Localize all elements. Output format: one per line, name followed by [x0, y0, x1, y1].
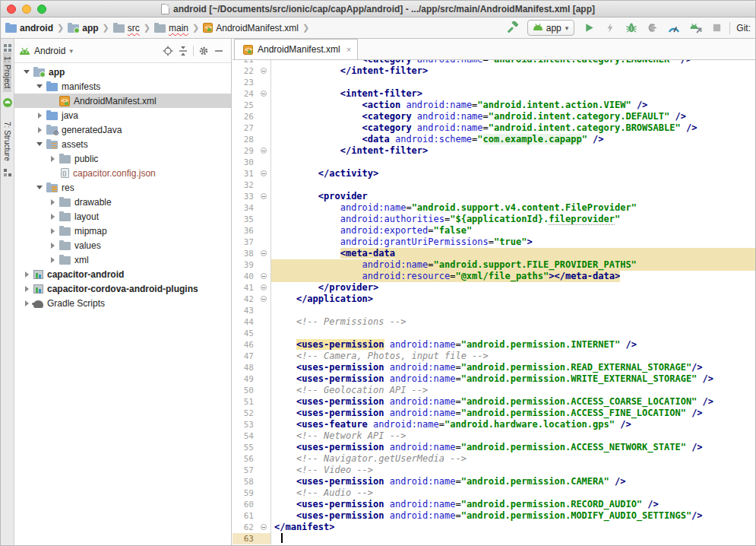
line-number[interactable]: 63: [232, 533, 258, 544]
code-line-44[interactable]: 44 <!-- Permissions -->: [232, 316, 755, 328]
sidebar-tab-project[interactable]: 1: Project: [3, 52, 11, 92]
sidebar-tab-structure[interactable]: 7: Structure: [3, 118, 11, 165]
zoom-window-icon[interactable]: [37, 5, 46, 14]
fold-collapse-icon[interactable]: [261, 170, 267, 176]
line-number[interactable]: 53: [232, 419, 258, 430]
code-line-31[interactable]: 31 </activity>: [232, 168, 755, 179]
close-window-icon[interactable]: [7, 5, 16, 14]
breadcrumb-item-AndroidManifest.xml[interactable]: AndroidManifest.xml: [203, 23, 299, 33]
tree-arrow-icon[interactable]: [35, 84, 44, 88]
fold-collapse-icon[interactable]: [261, 296, 267, 302]
code-line-62[interactable]: 62</manifest>: [232, 522, 755, 533]
line-number[interactable]: 36: [232, 225, 258, 236]
tree-arrow-icon[interactable]: [48, 243, 57, 249]
line-number[interactable]: 29: [232, 145, 258, 157]
collapse-all-icon[interactable]: [176, 43, 191, 59]
fold-gutter[interactable]: [258, 145, 271, 157]
line-number[interactable]: 28: [232, 134, 258, 145]
line-number[interactable]: 35: [232, 214, 258, 225]
tree-arrow-icon[interactable]: [35, 186, 44, 189]
code-line-52[interactable]: 52 <uses-permission android:name="androi…: [232, 408, 755, 419]
code-line-50[interactable]: 50 <!-- Geolocation API -->: [232, 385, 755, 396]
fold-collapse-icon[interactable]: [261, 524, 267, 530]
line-number[interactable]: 32: [232, 179, 258, 191]
line-number[interactable]: 33: [232, 191, 258, 202]
code-line-30[interactable]: 30: [232, 157, 755, 168]
tree-item-generatedJava[interactable]: generatedJava: [14, 122, 231, 137]
code-line-48[interactable]: 48 <uses-permission android:name="androi…: [232, 362, 755, 373]
line-number[interactable]: 27: [232, 122, 258, 134]
tree-arrow-icon[interactable]: [48, 199, 57, 205]
code-line-24[interactable]: 24 <intent-filter>: [232, 88, 755, 100]
breadcrumb-item-android[interactable]: android: [5, 23, 53, 33]
code-line-28[interactable]: 28 <data android:scheme="com.example.cap…: [232, 134, 755, 145]
fold-gutter[interactable]: [258, 65, 271, 77]
profiler-gauge-icon[interactable]: [667, 21, 681, 35]
breadcrumb-item-main[interactable]: main: [154, 23, 188, 33]
breadcrumb-item-src[interactable]: src: [113, 23, 140, 33]
tree-arrow-icon[interactable]: [35, 113, 44, 119]
line-number[interactable]: 30: [232, 157, 258, 168]
tree-arrow-icon[interactable]: [22, 286, 31, 292]
code-editor[interactable]: 21 <category android:name="android.inten…: [232, 60, 755, 545]
code-line-59[interactable]: 59 <!-- Audio -->: [232, 487, 755, 499]
line-number[interactable]: 31: [232, 168, 258, 179]
code-line-47[interactable]: 47 <!-- Camera, Photos, input file -->: [232, 351, 755, 362]
run-play-icon[interactable]: [582, 21, 596, 35]
tab-androidmanifest[interactable]: AndroidManifest.xml ×: [234, 39, 358, 59]
tree-item-res[interactable]: res: [14, 180, 231, 195]
line-number[interactable]: 23: [232, 77, 258, 88]
line-number[interactable]: 57: [232, 465, 258, 476]
fold-collapse-icon[interactable]: [261, 250, 267, 256]
line-number[interactable]: 22: [232, 65, 258, 77]
fold-gutter[interactable]: [258, 282, 271, 294]
tree-item-capacitor-android[interactable]: capacitor-android: [14, 267, 231, 281]
tree-item-values[interactable]: values: [14, 238, 231, 252]
code-line-46[interactable]: 46 <uses-permission android:name="androi…: [232, 339, 755, 351]
line-number[interactable]: 26: [232, 111, 258, 122]
code-line-29[interactable]: 29 </intent-filter>: [232, 145, 755, 157]
code-line-23[interactable]: 23: [232, 77, 755, 88]
code-line-34[interactable]: 34 android:name="android.support.v4.cont…: [232, 202, 755, 214]
line-number[interactable]: 44: [232, 316, 258, 328]
minimize-window-icon[interactable]: [22, 5, 31, 14]
android-avd-icon[interactable]: [3, 98, 12, 107]
tree-arrow-icon[interactable]: [22, 300, 31, 306]
line-number[interactable]: 42: [232, 294, 258, 305]
tree-arrow-icon[interactable]: [48, 214, 57, 220]
tree-item-AndroidManifest.xml[interactable]: AndroidManifest.xml: [14, 94, 231, 108]
code-line-51[interactable]: 51 <uses-permission android:name="androi…: [232, 396, 755, 408]
code-line-56[interactable]: 56 <!-- Navigator.getUserMedia -->: [232, 453, 755, 465]
tree-arrow-icon[interactable]: [48, 257, 57, 263]
project-view-selector[interactable]: Android: [34, 46, 65, 56]
line-number[interactable]: 40: [232, 271, 258, 282]
code-line-33[interactable]: 33 <provider: [232, 191, 755, 202]
fold-gutter[interactable]: [258, 294, 271, 305]
code-line-22[interactable]: 22 </intent-filter>: [232, 65, 755, 77]
tree-item-mipmap[interactable]: mipmap: [14, 224, 231, 238]
fold-collapse-icon[interactable]: [261, 284, 267, 290]
fold-collapse-icon[interactable]: [261, 68, 267, 74]
code-line-61[interactable]: 61 <uses-permission android:name="androi…: [232, 510, 755, 522]
tree-item-public[interactable]: public: [14, 151, 231, 166]
code-line-60[interactable]: 60 <uses-permission android:name="androi…: [232, 499, 755, 510]
code-line-42[interactable]: 42 </application>: [232, 294, 755, 305]
code-line-63[interactable]: 63: [232, 533, 755, 544]
chevron-down-icon[interactable]: ▾: [69, 47, 73, 55]
fold-gutter[interactable]: [258, 271, 271, 282]
code-line-21[interactable]: 21 <category android:name="android.inten…: [232, 60, 755, 65]
line-number[interactable]: 37: [232, 236, 258, 248]
line-number[interactable]: 21: [232, 60, 258, 65]
code-line-36[interactable]: 36 android:exported="false": [232, 225, 755, 236]
line-number[interactable]: 34: [232, 202, 258, 214]
line-number[interactable]: 41: [232, 282, 258, 294]
code-line-53[interactable]: 53 <uses-feature android:name="android.h…: [232, 419, 755, 430]
fold-collapse-icon[interactable]: [261, 90, 267, 97]
line-number[interactable]: 25: [232, 100, 258, 111]
tree-item-assets[interactable]: assets: [14, 137, 231, 151]
line-number[interactable]: 55: [232, 442, 258, 453]
gear-icon[interactable]: [196, 43, 211, 59]
hide-icon[interactable]: [211, 43, 226, 59]
code-line-25[interactable]: 25 <action android:name="android.intent.…: [232, 100, 755, 111]
tree-item-capacitor.config.json[interactable]: capacitor.config.json: [14, 166, 231, 180]
